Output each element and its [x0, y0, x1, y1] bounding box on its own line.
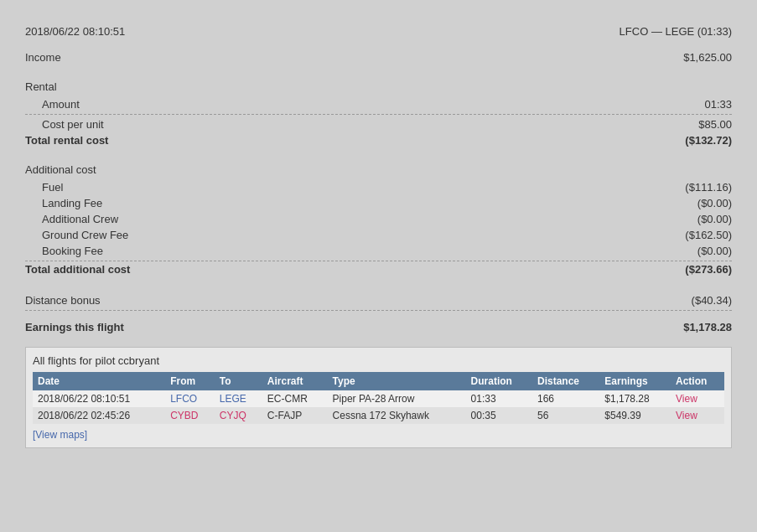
row2-to-link[interactable]: CYJQ [220, 410, 246, 421]
table-header-row: Date From To Aircraft Type Duration Dist… [33, 372, 724, 390]
income-label: Income [25, 51, 61, 64]
ground-crew-fee-row: Ground Crew Fee ($162.50) [25, 227, 732, 243]
col-from: From [165, 372, 215, 390]
ground-crew-fee-value: ($162.50) [665, 229, 732, 241]
row1-to-link[interactable]: LEGE [220, 393, 246, 405]
distance-bonus-value: ($40.34) [665, 294, 732, 307]
rental-cpu-value: $85.00 [665, 118, 732, 131]
col-date: Date [33, 372, 165, 390]
row1-aircraft: EC-CMR [262, 390, 328, 407]
row1-from: LFCO [165, 390, 215, 407]
rental-section: Rental Amount 01:33 Cost per unit $85.00… [25, 80, 732, 148]
flights-table: Date From To Aircraft Type Duration Dist… [33, 372, 724, 424]
fuel-label: Fuel [42, 181, 63, 194]
booking-fee-row: Booking Fee ($0.00) [25, 243, 732, 261]
rental-total-value: ($132.72) [665, 134, 732, 147]
row1-view-link[interactable]: View [676, 393, 697, 405]
income-value: $1,625.00 [665, 51, 732, 64]
booking-fee-value: ($0.00) [665, 245, 732, 257]
rental-amount-row: Amount 01:33 [25, 96, 732, 112]
landing-fee-value: ($0.00) [665, 197, 732, 209]
additional-cost-total-row: Total additional cost ($273.66) [25, 261, 732, 277]
income-section: Income $1,625.00 [25, 49, 732, 65]
row1-date: 2018/06/22 08:10:51 [33, 390, 165, 407]
income-row: Income $1,625.00 [25, 49, 732, 65]
col-distance: Distance [532, 372, 599, 390]
additional-cost-section: Additional cost Fuel ($111.16) Landing F… [25, 163, 732, 277]
rental-cpu-label: Cost per unit [42, 118, 104, 131]
table-section: All flights for pilot ccbryant Date From… [25, 347, 732, 448]
row2-from-link[interactable]: CYBD [170, 410, 198, 421]
page-container: 2018/06/22 08:10:51 LFCO — LEGE (01:33) … [8, 8, 749, 465]
view-maps-link[interactable]: [View maps] [33, 429, 87, 441]
distance-bonus-section: Distance bonus ($40.34) [25, 292, 732, 311]
col-to: To [215, 372, 262, 390]
row1-distance: 166 [532, 390, 599, 407]
header-date: 2018/06/22 08:10:51 [25, 25, 125, 38]
header-row: 2018/06/22 08:10:51 LFCO — LEGE (01:33) [25, 25, 732, 38]
earnings-label: Earnings this flight [25, 321, 124, 333]
additional-cost-title: Additional cost [25, 163, 732, 176]
row1-from-link[interactable]: LFCO [170, 393, 197, 405]
distance-bonus-row: Distance bonus ($40.34) [25, 292, 732, 311]
row2-duration: 00:35 [466, 407, 532, 424]
row1-type: Piper PA-28 Arrow [328, 390, 466, 407]
col-aircraft: Aircraft [262, 372, 328, 390]
fuel-row: Fuel ($111.16) [25, 179, 732, 195]
landing-fee-row: Landing Fee ($0.00) [25, 195, 732, 211]
row1-action: View [671, 390, 724, 407]
row1-to: LEGE [215, 390, 262, 407]
row2-aircraft: C-FAJP [262, 407, 328, 424]
row1-duration: 01:33 [466, 390, 532, 407]
flight-detail: 2018/06/22 08:10:51 LFCO — LEGE (01:33) … [25, 17, 732, 457]
header-route: LFCO — LEGE (01:33) [620, 25, 732, 38]
row2-to: CYJQ [215, 407, 262, 424]
table-row: 2018/06/22 08:10:51 LFCO LEGE EC-CMR Pip… [33, 390, 724, 407]
additional-cost-total-label: Total additional cost [25, 263, 130, 276]
additional-crew-row: Additional Crew ($0.00) [25, 211, 732, 227]
row2-date: 2018/06/22 02:45:26 [33, 407, 165, 424]
row2-distance: 56 [532, 407, 599, 424]
table-row: 2018/06/22 02:45:26 CYBD CYJQ C-FAJP Ces… [33, 407, 724, 424]
additional-crew-label: Additional Crew [42, 213, 118, 225]
additional-crew-value: ($0.00) [665, 213, 732, 225]
landing-fee-label: Landing Fee [42, 197, 102, 209]
booking-fee-label: Booking Fee [42, 245, 103, 257]
col-type: Type [328, 372, 466, 390]
rental-total-row: Total rental cost ($132.72) [25, 132, 732, 148]
col-duration: Duration [466, 372, 532, 390]
row2-action: View [671, 407, 724, 424]
row1-earnings: $1,178.28 [599, 390, 671, 407]
additional-cost-total-value: ($273.66) [665, 263, 732, 276]
earnings-row: Earnings this flight $1,178.28 [25, 319, 732, 335]
table-title: All flights for pilot ccbryant [33, 354, 724, 367]
row2-type: Cessna 172 Skyhawk [328, 407, 466, 424]
fuel-value: ($111.16) [665, 181, 732, 194]
rental-total-label: Total rental cost [25, 134, 108, 147]
row2-earnings: $549.39 [599, 407, 671, 424]
rental-amount-label: Amount [42, 98, 80, 111]
rental-amount-value: 01:33 [665, 98, 732, 111]
rental-title: Rental [25, 80, 732, 93]
col-action: Action [671, 372, 724, 390]
row2-from: CYBD [165, 407, 215, 424]
earnings-section: Earnings this flight $1,178.28 [25, 319, 732, 335]
rental-cpu-row: Cost per unit $85.00 [25, 114, 732, 132]
row2-view-link[interactable]: View [676, 410, 697, 421]
distance-bonus-label: Distance bonus [25, 294, 101, 307]
earnings-value: $1,178.28 [665, 321, 732, 333]
ground-crew-fee-label: Ground Crew Fee [42, 229, 128, 241]
col-earnings: Earnings [599, 372, 671, 390]
